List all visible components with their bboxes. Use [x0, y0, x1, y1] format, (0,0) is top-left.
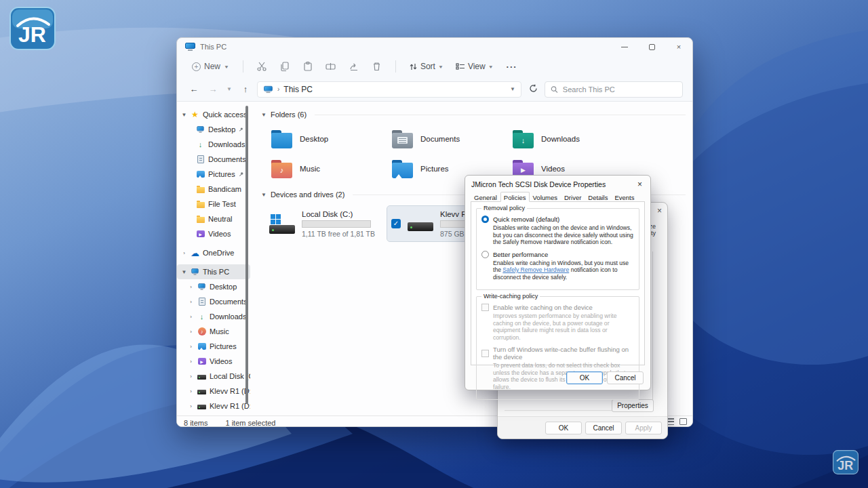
quick-removal-radio-row[interactable]: Quick removal (default)	[481, 216, 634, 223]
chevron-down-icon: ▼	[488, 64, 494, 68]
see-more-button[interactable]: ···	[501, 62, 523, 72]
breadcrumb[interactable]: This PC	[283, 85, 313, 94]
this-pc-icon	[185, 43, 195, 51]
ok-button[interactable]: OK	[545, 422, 582, 434]
sidebar-item-pc-music[interactable]: › ♪ Music	[177, 324, 250, 339]
sidebar-item-file-test[interactable]: File Test	[177, 197, 250, 211]
close-button[interactable]: ×	[635, 180, 645, 189]
sort-icon	[409, 62, 418, 71]
radio-selected-icon[interactable]	[481, 216, 489, 223]
chevron-right-icon: ›	[181, 250, 187, 256]
search-box[interactable]	[545, 81, 683, 98]
folder-tile-music[interactable]: ♪ Music	[267, 156, 387, 182]
tab-general[interactable]: General	[471, 192, 500, 202]
paste-button[interactable]	[298, 58, 318, 75]
sidebar-item-pc-pictures[interactable]: › Pictures	[177, 339, 250, 354]
maximize-button[interactable]	[638, 38, 665, 56]
dialog-button-row: OK Cancel Apply	[498, 416, 667, 439]
close-button[interactable]: ×	[657, 206, 662, 216]
close-button[interactable]: ×	[665, 38, 692, 56]
tab-policies[interactable]: Policies	[500, 192, 530, 202]
copy-button[interactable]	[275, 58, 295, 75]
new-button[interactable]: + New ▼	[186, 59, 235, 74]
back-button[interactable]: ←	[186, 84, 201, 94]
drive-icon	[406, 217, 435, 231]
folder-tile-downloads[interactable]: ↓ Downloads	[508, 126, 629, 152]
properties-button[interactable]: Properties	[612, 399, 654, 412]
folder-tile-desktop[interactable]: Desktop	[267, 126, 387, 152]
radio-unselected-icon[interactable]	[481, 251, 489, 258]
jr-watermark-logo: JR	[833, 450, 859, 474]
sidebar-item-pc-desktop[interactable]: › Desktop	[177, 279, 250, 294]
cut-button[interactable]	[252, 58, 272, 75]
folders-section-header[interactable]: ▼ Folders (6)	[261, 108, 686, 121]
selected-checkbox[interactable]: ✓	[391, 219, 401, 228]
search-input[interactable]	[563, 85, 677, 94]
up-button[interactable]: ↑	[238, 84, 253, 94]
window-controls: ×	[611, 38, 692, 56]
desktop: JR This PC × + New ▼	[0, 0, 868, 488]
safely-remove-hardware-link[interactable]: Safely Remove Hardware	[502, 266, 569, 273]
view-icon	[456, 62, 465, 70]
title-bar[interactable]: This PC ×	[177, 38, 692, 56]
sidebar-scrollbar[interactable]	[245, 106, 248, 404]
drive-icon	[197, 402, 206, 411]
downloads-folder-icon: ↓	[512, 130, 534, 148]
sidebar-item-pc-downloads[interactable]: › ↓ Downloads	[177, 309, 250, 324]
sidebar-item-neutral[interactable]: Neutral	[177, 211, 250, 226]
folder-tile-documents[interactable]: Documents	[387, 126, 508, 152]
sidebar-item-videos[interactable]: ▶ Videos	[177, 226, 250, 241]
sidebar-item-downloads[interactable]: ↓ Downloads	[177, 137, 250, 152]
this-pc-icon	[264, 85, 273, 92]
sidebar-item-pictures[interactable]: Pictures	[177, 167, 250, 182]
cancel-button[interactable]: Cancel	[607, 371, 644, 384]
share-button[interactable]	[344, 58, 364, 75]
navigation-bar: ← → ▼ ↑ › This PC ▼	[177, 77, 692, 102]
tab-details[interactable]: Details	[585, 192, 611, 202]
minimize-button[interactable]	[611, 38, 638, 56]
sort-button[interactable]: Sort ▼	[404, 59, 448, 74]
tab-volumes[interactable]: Volumes	[530, 192, 561, 202]
address-bar[interactable]: › This PC ▼	[257, 81, 521, 98]
jr-channel-logo: JR	[9, 7, 56, 50]
sidebar-item-this-pc[interactable]: ▼ This PC	[177, 264, 250, 279]
rename-button[interactable]	[321, 58, 341, 75]
sidebar-item-pc-videos[interactable]: › ▶ Videos	[177, 354, 250, 369]
dialog-title-bar[interactable]: JMicron Tech SCSI Disk Device Properties…	[465, 176, 650, 190]
better-performance-radio-row[interactable]: Better performance	[481, 251, 634, 258]
sidebar-item-klevv-d-2[interactable]: › Klevv R1 (D:)	[177, 399, 250, 413]
sidebar-item-documents[interactable]: Documents	[177, 152, 250, 167]
folders-grid: Desktop Documents ↓ Downloads ♪ Music	[267, 126, 686, 182]
cancel-button[interactable]: Cancel	[585, 422, 622, 434]
checkbox-unchecked-icon[interactable]	[481, 304, 489, 311]
tab-driver[interactable]: Driver	[561, 192, 585, 202]
sidebar-item-klevv-d[interactable]: › Klevv R1 (D:)	[177, 384, 250, 399]
forward-button[interactable]: →	[205, 84, 220, 94]
sidebar-item-pc-documents[interactable]: › Documents	[177, 294, 250, 309]
sidebar-item-local-disk-c[interactable]: › Local Disk (C:)	[177, 369, 250, 384]
checkbox-unchecked-icon[interactable]	[481, 350, 489, 357]
pictures-folder-icon	[391, 160, 414, 178]
delete-button[interactable]	[367, 58, 387, 75]
turn-off-flushing-checkbox-row[interactable]: Turn off Windows write-cache buffer flus…	[481, 346, 634, 361]
enable-write-caching-checkbox-row[interactable]: Enable write caching on the device	[481, 304, 634, 311]
sidebar-item-desktop[interactable]: Desktop	[177, 122, 250, 137]
sidebar-item-quick-access[interactable]: ▼ ★ Quick access	[177, 107, 250, 122]
scissors-icon	[256, 61, 267, 72]
download-icon: ↓	[196, 140, 205, 149]
sidebar-item-bandicam[interactable]: Bandicam	[177, 182, 250, 197]
apply-button[interactable]: Apply	[625, 422, 662, 434]
desktop-icon	[197, 283, 206, 291]
sidebar-item-onedrive[interactable]: › ☁ OneDrive	[177, 245, 250, 260]
drive-tile-local-disk-c[interactable]: Local Disk (C:) 1,11 TB free of 1,81 TB	[264, 206, 380, 241]
breadcrumb-separator: ›	[277, 85, 279, 93]
address-dropdown-icon[interactable]: ▼	[510, 86, 515, 92]
recent-locations-button[interactable]: ▼	[224, 86, 234, 92]
ok-button[interactable]: OK	[566, 371, 603, 384]
tab-events[interactable]: Events	[611, 192, 637, 202]
removal-policy-group: Removal policy Quick removal (default) D…	[476, 208, 639, 290]
refresh-button[interactable]	[526, 84, 540, 95]
view-button[interactable]: View ▼	[451, 59, 498, 74]
chevron-down-icon: ▼	[438, 64, 443, 68]
large-icons-view-button[interactable]	[679, 418, 687, 425]
